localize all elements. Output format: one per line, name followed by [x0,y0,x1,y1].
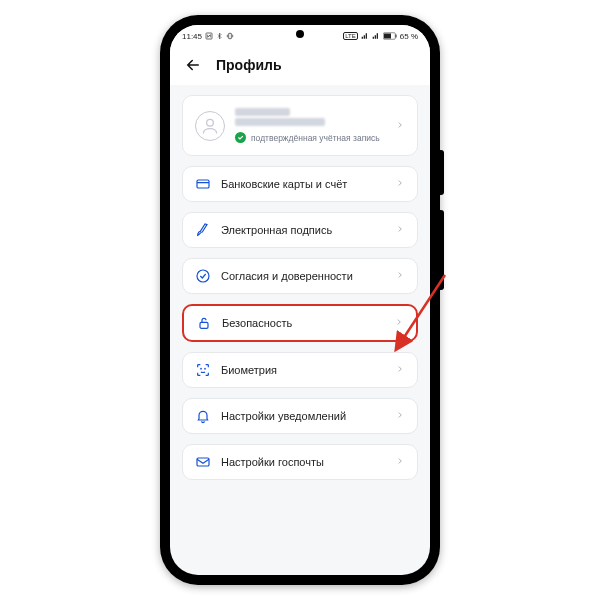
menu-item-security[interactable]: Безопасность [182,304,418,342]
menu-item-notifications[interactable]: Настройки уведомлений [182,398,418,434]
battery-icon [383,32,397,40]
back-icon[interactable] [184,56,202,74]
user-card[interactable]: подтверждённая учётная запись [182,95,418,156]
face-id-icon [195,362,211,378]
menu-label: Электронная подпись [221,224,332,236]
chevron-right-icon [394,317,404,329]
menu-item-consents[interactable]: Согласия и доверенности [182,258,418,294]
mail-icon [195,454,211,470]
phone-frame: 11:45 LTE 65 % Профиль [160,15,440,585]
menu-label: Настройки госпочты [221,456,324,468]
content: подтверждённая учётная запись Банковские… [170,85,430,480]
svg-point-10 [205,368,206,369]
check-circle-icon [195,268,211,284]
chevron-right-icon [395,410,405,422]
svg-rect-1 [229,33,232,38]
menu-label: Безопасность [222,317,292,329]
battery-percent: 65 % [400,32,418,41]
menu-item-biometrics[interactable]: Биометрия [182,352,418,388]
chevron-right-icon [395,270,405,282]
user-info: подтверждённая учётная запись [235,108,385,143]
signature-icon [195,222,211,238]
chevron-right-icon [395,364,405,376]
card-icon [195,176,211,192]
verified-label: подтверждённая учётная запись [251,133,380,143]
menu-item-bank-cards[interactable]: Банковские карты и счёт [182,166,418,202]
app-header: Профиль [170,45,430,85]
svg-rect-11 [197,458,209,466]
chevron-right-icon [395,456,405,468]
signal-icon [361,32,369,40]
lock-icon [196,315,212,331]
screen: 11:45 LTE 65 % Профиль [170,25,430,575]
avatar-icon [195,111,225,141]
svg-rect-6 [197,180,209,188]
menu-label: Банковские карты и счёт [221,178,347,190]
menu-label: Настройки уведомлений [221,410,346,422]
chevron-right-icon [395,120,405,132]
svg-point-9 [201,368,202,369]
front-camera [296,30,304,38]
menu-item-govmail[interactable]: Настройки госпочты [182,444,418,480]
user-name-blurred [235,108,290,116]
vibrate-icon [226,32,234,40]
menu-item-signature[interactable]: Электронная подпись [182,212,418,248]
verified-check-icon [235,132,246,143]
svg-point-5 [207,119,214,126]
status-time: 11:45 [182,32,202,41]
volte-icon: LTE [343,32,358,40]
page-title: Профиль [216,57,282,73]
svg-rect-4 [395,35,396,38]
svg-point-7 [197,270,209,282]
chevron-right-icon [395,224,405,236]
bell-icon [195,408,211,424]
svg-rect-3 [384,34,391,39]
bluetooth-icon [216,32,223,40]
menu-label: Согласия и доверенности [221,270,353,282]
user-fullname-blurred [235,118,325,126]
status-bar: 11:45 LTE 65 % [170,25,430,45]
nfc-icon [205,32,213,40]
svg-rect-8 [200,322,208,328]
menu-label: Биометрия [221,364,277,376]
signal-icon-2 [372,32,380,40]
chevron-right-icon [395,178,405,190]
